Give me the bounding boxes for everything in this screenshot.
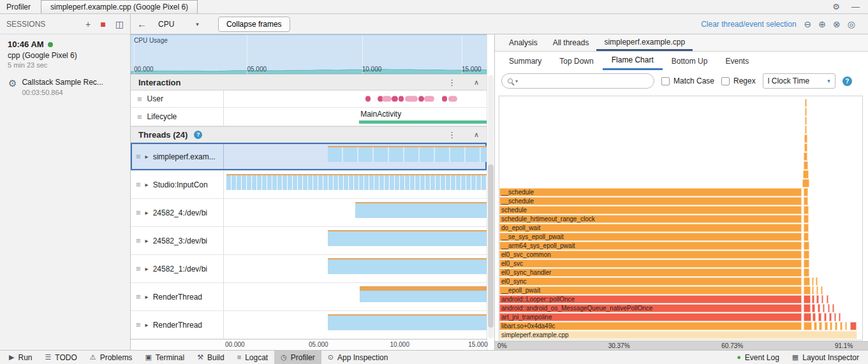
flame-chart[interactable]: __schedule__schedulescheduleschedule_hrt… xyxy=(499,96,863,340)
tab-analysis[interactable]: Analysis xyxy=(501,34,545,51)
flame-frame[interactable] xyxy=(804,242,809,250)
flame-frame[interactable] xyxy=(825,322,828,330)
flame-frame[interactable] xyxy=(819,322,822,330)
flame-frame[interactable] xyxy=(804,224,809,232)
regex-checkbox[interactable] xyxy=(721,77,730,85)
flame-frame[interactable]: el0_sync xyxy=(499,277,802,286)
flame-frame[interactable] xyxy=(805,108,807,116)
clock-type-dropdown[interactable]: l Clock Time ▾ xyxy=(763,73,835,89)
thread-track[interactable] xyxy=(224,255,487,282)
flame-frame[interactable] xyxy=(812,286,814,295)
interaction-row-lifecycle[interactable]: ≡ Lifecycle MainActivity xyxy=(131,108,487,126)
subtab-events[interactable]: Events xyxy=(716,52,758,70)
flame-frame[interactable] xyxy=(829,313,831,321)
flame-frame[interactable] xyxy=(804,197,808,205)
flame-frame[interactable] xyxy=(830,322,832,330)
statusbar-profiler[interactable]: ◷Profiler xyxy=(274,351,321,364)
zoom-in-icon[interactable]: ⊕ xyxy=(818,19,826,29)
cpu-usage-chart[interactable]: CPU Usage 00.00005.00010.00015.000 xyxy=(131,34,487,74)
flame-frame[interactable]: schedule xyxy=(499,206,802,214)
thread-name-cell[interactable]: ≡▸RenderThread xyxy=(131,311,224,339)
add-session-icon[interactable]: + xyxy=(85,20,91,29)
drag-handle-icon[interactable]: ≡ xyxy=(137,94,142,104)
flame-frame[interactable] xyxy=(832,304,834,312)
thread-row[interactable]: ≡▸RenderThread xyxy=(131,311,487,339)
minimize-icon[interactable]: — xyxy=(846,2,865,11)
thread-name-cell[interactable]: ≡▸24582_3:/dev/bi xyxy=(131,227,224,254)
flame-frame[interactable] xyxy=(804,268,809,277)
flame-frame[interactable] xyxy=(818,304,820,312)
flame-frame[interactable]: art_jni_trampoline xyxy=(499,313,802,321)
flame-frame[interactable] xyxy=(804,233,809,241)
flame-frame[interactable] xyxy=(805,117,807,125)
statusbar-event-log[interactable]: ●Event Log xyxy=(730,351,786,364)
flame-frame[interactable] xyxy=(802,179,809,187)
subtab-summary[interactable]: Summary xyxy=(500,52,550,70)
search-input[interactable] xyxy=(520,76,648,85)
drag-handle-icon[interactable]: ≡ xyxy=(136,320,141,330)
drag-handle-icon[interactable]: ≡ xyxy=(136,208,141,217)
flame-frame[interactable]: el0_svc xyxy=(499,259,802,268)
flame-frame[interactable] xyxy=(804,322,812,330)
flame-frame[interactable]: el0_svc_common xyxy=(499,251,802,259)
user-event-marker[interactable] xyxy=(418,96,424,102)
search-box[interactable]: ▾ xyxy=(501,73,654,89)
flame-frame[interactable]: simpleperf.example.cpp xyxy=(499,331,857,339)
user-event-marker[interactable] xyxy=(405,96,418,102)
user-event-marker[interactable] xyxy=(448,96,457,102)
flame-frame[interactable] xyxy=(816,295,818,303)
flame-frame[interactable]: __arm64_sys_epoll_pwait xyxy=(499,242,802,250)
user-event-marker[interactable] xyxy=(399,96,404,102)
subtab-flame-chart[interactable]: Flame Chart xyxy=(603,52,663,70)
drag-handle-icon[interactable]: ≡ xyxy=(136,236,141,245)
thread-name-cell[interactable]: ≡▸Studio:InputCon xyxy=(131,171,224,198)
process-selector-dropdown[interactable]: CPU ▾ xyxy=(154,20,203,29)
thread-name-cell[interactable]: ≡▸24582_1:/dev/bi xyxy=(131,255,224,282)
flame-frame[interactable] xyxy=(804,135,807,143)
flame-frame[interactable] xyxy=(840,322,842,330)
user-event-marker[interactable] xyxy=(442,96,447,102)
flame-frame[interactable] xyxy=(821,295,823,303)
lifecycle-track[interactable]: MainActivity xyxy=(224,108,487,126)
flame-frame[interactable]: schedule_hrtimeout_range_clock xyxy=(499,215,802,223)
flame-frame[interactable] xyxy=(813,313,816,321)
flame-frame[interactable] xyxy=(804,295,810,303)
flame-frame[interactable] xyxy=(803,170,809,178)
expand-icon[interactable]: ▸ xyxy=(145,237,149,244)
flame-frame[interactable] xyxy=(821,286,823,295)
thread-track[interactable] xyxy=(224,171,487,198)
session-entry-current[interactable]: 10:46 AM cpp (Google Pixel 6) 5 min 23 s… xyxy=(0,34,130,70)
flame-frame[interactable]: __epoll_pwait xyxy=(499,286,802,295)
flame-frame[interactable] xyxy=(804,161,808,170)
flame-frame[interactable] xyxy=(827,295,828,303)
flame-frame[interactable] xyxy=(805,99,807,107)
flame-frame[interactable] xyxy=(804,188,808,196)
match-case-checkbox[interactable] xyxy=(661,77,670,85)
clear-selection-link[interactable]: Clear thread/event selection xyxy=(701,20,796,29)
flame-frame[interactable] xyxy=(804,304,811,312)
thread-track[interactable] xyxy=(224,311,487,339)
back-icon[interactable]: ← xyxy=(137,18,147,29)
flame-frame[interactable]: __schedule xyxy=(499,188,802,196)
flame-frame[interactable] xyxy=(804,277,810,286)
expand-icon[interactable]: ▸ xyxy=(145,293,149,300)
zoom-out-icon[interactable]: ⊖ xyxy=(804,19,812,29)
flame-frame[interactable] xyxy=(804,206,808,214)
flame-frame[interactable] xyxy=(835,322,837,330)
user-events-track[interactable] xyxy=(224,91,487,107)
flame-frame[interactable]: __schedule xyxy=(499,197,802,205)
kebab-menu-icon[interactable]: ⋮ xyxy=(448,78,456,87)
flame-frame[interactable] xyxy=(845,322,847,330)
thread-track[interactable] xyxy=(224,283,487,310)
interaction-row-user[interactable]: ≡ User xyxy=(131,91,487,108)
flame-frame[interactable] xyxy=(839,313,841,321)
session-entry-artifact[interactable]: ⚙ Callstack Sample Rec... 00:03:50.864 xyxy=(0,70,130,96)
zoom-to-selection-icon[interactable]: ◎ xyxy=(848,19,855,29)
interaction-section-header[interactable]: Interaction ⋮ ∧ xyxy=(131,74,487,91)
user-event-marker[interactable] xyxy=(365,96,371,102)
flame-frame[interactable] xyxy=(804,251,809,259)
statusbar-build[interactable]: ⚒Build xyxy=(191,351,231,364)
thread-row[interactable]: ≡▸RenderThread xyxy=(131,283,487,311)
flame-frame[interactable] xyxy=(804,215,808,223)
expand-sessions-icon[interactable]: ◫ xyxy=(115,20,124,29)
